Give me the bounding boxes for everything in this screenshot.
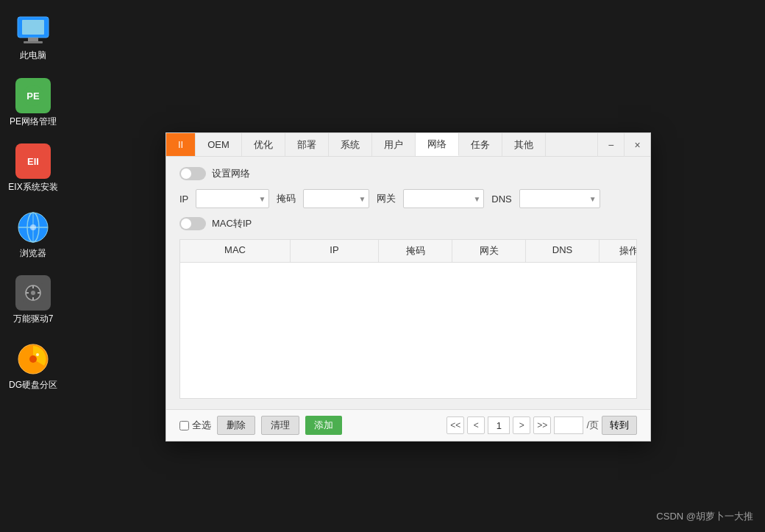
mask-label: 掩码 (277, 192, 296, 205)
close-button[interactable]: × (624, 133, 650, 157)
svg-rect-3 (24, 41, 43, 43)
tab-task[interactable]: 任务 (459, 133, 502, 156)
tab-user[interactable]: 用户 (372, 133, 416, 156)
delete-button[interactable]: 删除 (217, 416, 255, 435)
watermark: CSDN @胡萝卜一大推 (656, 510, 753, 523)
set-network-toggle[interactable] (179, 167, 206, 180)
network-config-row: IP ▼ 掩码 ▼ 网关 ▼ DNS ▼ (179, 189, 637, 208)
svg-rect-2 (28, 38, 38, 41)
tab-network[interactable]: 网络 (416, 133, 459, 156)
col-mask: 掩码 (379, 240, 452, 262)
bottom-bar: 全选 删除 清理 添加 << < > >> /页 转到 (166, 409, 650, 441)
dns-select[interactable]: ▼ (519, 189, 600, 208)
col-ip: IP (291, 240, 379, 262)
dns-label: DNS (491, 194, 511, 205)
svg-point-24 (36, 353, 39, 356)
set-network-row: 设置网络 (179, 167, 637, 180)
clear-button[interactable]: 清理 (261, 416, 299, 435)
mask-select[interactable]: ▼ (303, 189, 369, 208)
page-goto-input[interactable] (554, 416, 583, 434)
mac-to-ip-row: MAC转IP (179, 217, 637, 230)
desktop-icons: 此电脑 PE PE网络管理 EII EIX系统安装 (0, 0, 66, 403)
mac-ip-table: MAC IP 掩码 网关 DNS 操作 (179, 239, 637, 399)
dialog-window: II OEM 优化 部署 系统 用户 网络 任务 其他 − × 设置网络 IP … (166, 132, 651, 441)
pagination: << < > >> /页 转到 (446, 416, 637, 435)
desktop-icon-dg-label: DG硬盘分区 (9, 380, 57, 391)
svg-text:PE: PE (26, 91, 40, 102)
svg-point-13 (30, 224, 36, 230)
page-last-btn[interactable]: >> (533, 416, 551, 434)
desktop-icon-browser-label: 浏览器 (20, 248, 46, 260)
desktop-icon-dg[interactable]: DG硬盘分区 (4, 337, 63, 396)
page-prev-btn[interactable]: < (467, 416, 485, 434)
tab-ii[interactable]: II (166, 133, 196, 156)
titlebar-buttons: − × (597, 133, 650, 156)
col-gw: 网关 (452, 240, 526, 262)
mac-to-ip-label: MAC转IP (212, 217, 252, 230)
set-network-label: 设置网络 (212, 167, 250, 180)
tab-oem[interactable]: OEM (196, 133, 242, 156)
table-header: MAC IP 掩码 网关 DNS 操作 (180, 240, 636, 263)
desktop-icon-pe-label: PE网络管理 (10, 116, 57, 128)
select-all-checkbox[interactable] (179, 421, 189, 430)
table-body (180, 263, 636, 398)
col-ops: 操作 (599, 240, 637, 262)
svg-text:EII: EII (27, 156, 39, 167)
dialog-titlebar: II OEM 优化 部署 系统 用户 网络 任务 其他 − × (166, 133, 650, 157)
select-all-container: 全选 (179, 419, 211, 432)
desktop-icon-eix[interactable]: EII EIX系统安装 (4, 139, 63, 198)
goto-button[interactable]: 转到 (602, 416, 637, 435)
page-info-label: /页 (586, 419, 599, 432)
desktop-icon-computer[interactable]: 此电脑 (4, 7, 63, 66)
desktop-icon-pe[interactable]: PE PE网络管理 (4, 74, 63, 132)
gateway-select[interactable]: ▼ (403, 189, 484, 208)
desktop-icon-computer-label: 此电脑 (20, 50, 46, 62)
svg-rect-1 (22, 20, 44, 35)
page-current-input[interactable] (488, 416, 510, 434)
page-first-btn[interactable]: << (446, 416, 464, 434)
desktop-icon-driver[interactable]: 万能驱动7 (4, 271, 63, 330)
dialog-body: 设置网络 IP ▼ 掩码 ▼ 网关 ▼ DNS ▼ MAC转IP (166, 157, 650, 409)
minimize-button[interactable]: − (597, 133, 624, 157)
col-dns: DNS (526, 240, 599, 262)
page-next-btn[interactable]: > (513, 416, 530, 434)
tab-system[interactable]: 系统 (329, 133, 372, 156)
add-button[interactable]: 添加 (305, 416, 342, 435)
svg-point-23 (29, 355, 37, 363)
select-all-label: 全选 (192, 419, 211, 432)
tab-other[interactable]: 其他 (502, 133, 546, 156)
desktop-icon-driver-label: 万能驱动7 (13, 313, 54, 325)
mac-to-ip-toggle[interactable] (179, 217, 206, 230)
svg-point-16 (31, 291, 35, 295)
desktop-icon-eix-label: EIX系统安装 (8, 182, 57, 194)
gateway-label: 网关 (377, 192, 396, 205)
tab-optimize[interactable]: 优化 (242, 133, 285, 156)
desktop-icon-browser[interactable]: 浏览器 (4, 205, 63, 264)
tab-deploy[interactable]: 部署 (285, 133, 329, 156)
ip-select[interactable]: ▼ (196, 189, 269, 208)
ip-label: IP (179, 194, 188, 205)
col-mac: MAC (180, 240, 291, 262)
